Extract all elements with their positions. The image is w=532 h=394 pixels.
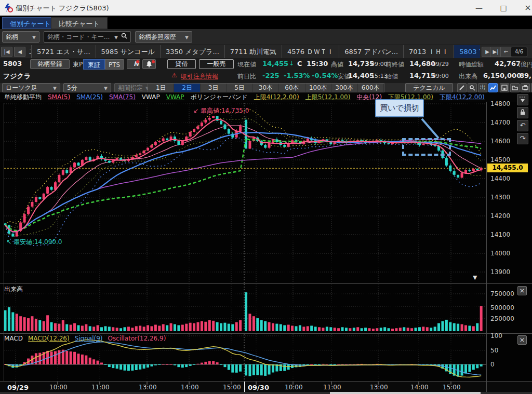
stock-tab-2[interactable]: 5985 サンコール xyxy=(96,45,161,59)
legend-item-8[interactable]: 上限5(12,1.00) xyxy=(305,93,351,101)
collapse-triangle-icon[interactable]: ▼ xyxy=(473,274,477,281)
stock-tab-7[interactable]: 7013 ＩＨＩ xyxy=(404,45,454,59)
macd-legend-item-1[interactable]: MACD(12,26) xyxy=(28,335,70,342)
first-tab-button[interactable]: |◀ xyxy=(1,47,12,57)
stock-tab-row: |◀ ◀ 工5721 エス・サ...5985 サンコール3350 メタプラ...… xyxy=(0,45,532,58)
venue-tab-pts[interactable]: PTS xyxy=(105,59,124,70)
legend-item-2[interactable]: SMA(25) xyxy=(76,93,103,101)
margin-button[interactable]: 貸借 xyxy=(167,59,196,69)
macd-legend-item-0: MACD xyxy=(4,335,23,342)
chevron-down-icon[interactable]: ▼ xyxy=(114,32,118,43)
period-button-600本[interactable]: 600本 xyxy=(358,84,384,92)
stock-tab-4[interactable]: 7711 助川電気 xyxy=(225,45,282,59)
period-button-5日[interactable]: 5日 xyxy=(227,84,252,92)
general-sell-button[interactable]: 一般売 xyxy=(199,59,234,69)
chart-type-select[interactable]: ローソク足▼ xyxy=(2,83,60,92)
stock-tab-8[interactable]: 5803 フジクラ xyxy=(454,45,480,59)
period-button-1日[interactable]: 1日 xyxy=(148,84,174,92)
macd-legend-item-2[interactable]: Signal(9) xyxy=(75,335,103,342)
prev-tab-button[interactable]: ◀ xyxy=(14,47,25,57)
open-label: 始値 xyxy=(385,72,398,81)
warning-icon: ⚠ xyxy=(171,72,177,79)
legend-item-11[interactable]: 下限4(12,2.00) xyxy=(440,93,485,101)
legend-item-4: VWAP xyxy=(142,93,160,101)
period-button-60本[interactable]: 60本 xyxy=(279,84,305,92)
minimize-icon[interactable]: — xyxy=(470,1,488,15)
note-callout[interactable]: 買いで損切 xyxy=(375,99,424,117)
search-input[interactable]: 銘柄・コード・キー... ▼ xyxy=(44,31,131,43)
chevron-down-icon: ▼ xyxy=(104,84,108,92)
news-badge-icon[interactable]: N xyxy=(127,59,140,69)
current-price-tag: 14,455.0 xyxy=(487,164,528,172)
symbol-type-label: 銘柄 xyxy=(6,33,18,40)
stock-tab-5[interactable]: 4576 ＤＷＴＩ xyxy=(282,45,339,59)
change-pct2: -0.54% xyxy=(312,72,338,79)
chart-style-icon[interactable] xyxy=(488,83,498,92)
close-icon[interactable]: × xyxy=(519,1,532,15)
stock-tab-3[interactable]: 3350 メタプラ... xyxy=(161,45,225,59)
chart-canvas[interactable] xyxy=(0,102,532,394)
venue-tab-tosho[interactable]: 東証 xyxy=(83,59,105,70)
draw-pencil-icon[interactable] xyxy=(457,83,467,92)
prev-close-label: 前終値 xyxy=(385,60,404,69)
marketcap-unit: (億円 xyxy=(518,60,532,69)
range-label: 期間指定 xyxy=(118,84,143,91)
print-icon[interactable] xyxy=(521,83,530,92)
stock-tab-0[interactable]: 工 xyxy=(27,45,32,59)
low-time: 15:13 xyxy=(371,73,388,79)
alert-dot xyxy=(152,60,155,63)
period-button-30本[interactable]: 30本 xyxy=(253,84,279,92)
stock-name: フジクラ xyxy=(3,72,31,81)
zoom-icon[interactable] xyxy=(468,83,477,92)
period-button-100本[interactable]: 100本 xyxy=(305,84,331,92)
last-tab-button[interactable]: ▶| xyxy=(490,47,501,57)
period-button-300本[interactable]: 300本 xyxy=(331,84,357,92)
tab-single-chart[interactable]: 個別チャート xyxy=(2,17,59,29)
trade-warning-link[interactable]: 取引注意情報 xyxy=(181,72,218,81)
change-value: -225 xyxy=(262,72,280,79)
chart-type-label: ローソク足 xyxy=(6,84,37,91)
low-price: 14,405 xyxy=(348,72,374,79)
stock-code: 5803 xyxy=(3,60,22,67)
bell-icon[interactable] xyxy=(142,59,156,69)
interval-label: 5分 xyxy=(67,84,77,91)
chart-window: 個別チャート フジクラ(5803) — □ × 個別チャート比較チャート 時系列… xyxy=(0,0,532,394)
back-button[interactable]: ← xyxy=(500,47,512,57)
stock-tab-1[interactable]: 5721 エス・サ... xyxy=(32,45,96,59)
popout-icon[interactable]: 出 xyxy=(478,83,487,92)
save-icon[interactable] xyxy=(500,83,509,92)
stock-tab-6[interactable]: 6857 アドバン... xyxy=(339,45,404,59)
folder-icon[interactable] xyxy=(510,83,520,92)
volume-pane-title: 出来高 xyxy=(4,285,23,294)
prev-close: 14,680 xyxy=(409,60,435,67)
search-icon[interactable] xyxy=(121,32,127,43)
search-placeholder: 銘柄・コード・キー... xyxy=(47,33,110,40)
period-button-3日[interactable]: 3日 xyxy=(201,84,227,92)
legend-item-1[interactable]: SMA(5) xyxy=(48,93,70,101)
maximize-icon[interactable]: □ xyxy=(495,1,512,15)
symbol-type-select[interactable]: 銘柄▼ xyxy=(2,31,39,43)
range-select[interactable]: 期間指定▼ xyxy=(114,83,153,92)
session-divider xyxy=(244,382,245,392)
period-button-2日[interactable]: 2日 xyxy=(174,84,200,92)
selection-box[interactable] xyxy=(402,138,451,156)
volume-value: 6,150,000 xyxy=(483,72,521,79)
chevron-down-icon: ▼ xyxy=(185,32,189,43)
volume-label: 出来高 xyxy=(459,72,477,81)
technical-label: テクニカル xyxy=(413,84,445,91)
period-strip: 1日2日3日5日30本60本100本300本600本 xyxy=(148,83,384,92)
low-marker: ↖ 最安値:14,090.0 xyxy=(6,238,62,247)
interval-select[interactable]: 5分▼ xyxy=(63,83,111,92)
history-button[interactable]: 銘柄参照履歴▼ xyxy=(135,31,192,43)
stock-tabs: 工5721 エス・サ...5985 サンコール3350 メタプラ...7711 … xyxy=(27,45,480,59)
legend-item-3[interactable]: SMA(75) xyxy=(109,93,136,101)
tab-compare-chart[interactable]: 比較チャート xyxy=(51,17,108,29)
open-time: 09:00 xyxy=(432,73,449,79)
title-bar: 個別チャート フジクラ(5803) — □ × xyxy=(0,0,532,16)
technical-button[interactable]: テクニカル xyxy=(405,83,453,92)
legend-item-7[interactable]: 上限4(12,2.00) xyxy=(254,93,299,101)
legend-item-6: ボリンジャーバンド xyxy=(191,93,248,101)
legend-item-5[interactable]: VWAP xyxy=(166,93,184,101)
register-button[interactable]: 銘柄登録 xyxy=(30,59,70,69)
current-price: 14,455 xyxy=(262,60,288,67)
